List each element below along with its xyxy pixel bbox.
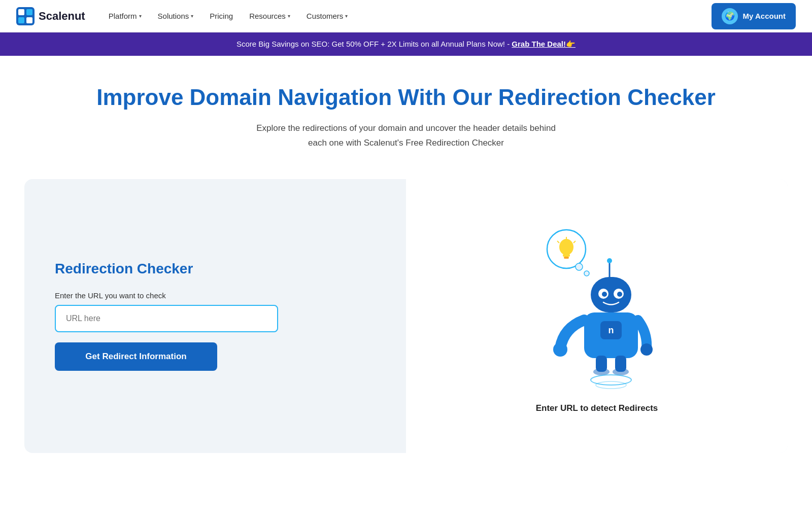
- svg-line-10: [557, 241, 559, 243]
- logo-text: Scalenut: [39, 10, 85, 23]
- nav-item-resources[interactable]: Resources ▾: [242, 8, 297, 24]
- navbar: Scalenut Platform ▾ Solutions ▾ Pricing …: [0, 0, 812, 32]
- hero-subtitle: Explore the redirections of your domain …: [233, 121, 579, 151]
- nav-item-pricing[interactable]: Pricing: [202, 8, 240, 24]
- svg-point-24: [553, 342, 567, 357]
- robot-caption: Enter URL to detect Redirects: [536, 403, 658, 413]
- svg-line-11: [573, 241, 576, 243]
- svg-point-12: [576, 263, 583, 270]
- nav-item-platform[interactable]: Platform ▾: [101, 8, 149, 24]
- svg-rect-4: [26, 17, 32, 23]
- avatar: 🌍: [722, 8, 738, 24]
- svg-point-13: [584, 271, 589, 276]
- tool-right-panel: n Enter URL to det: [406, 179, 788, 453]
- nav-links: Platform ▾ Solutions ▾ Pricing Resources…: [101, 8, 712, 24]
- tool-left-panel: Redirection Checker Enter the URL you wa…: [24, 179, 406, 453]
- get-redirect-button[interactable]: Get Redirect Information: [55, 342, 217, 371]
- chevron-down-icon: ▾: [139, 13, 142, 19]
- chevron-down-icon: ▾: [345, 13, 348, 19]
- svg-point-20: [617, 292, 622, 297]
- chevron-down-icon: ▾: [191, 13, 193, 19]
- promo-link[interactable]: Grab The Deal!👉: [512, 40, 576, 48]
- robot-container: n Enter URL to det: [536, 199, 658, 433]
- svg-text:n: n: [608, 325, 614, 335]
- chevron-down-icon: ▾: [288, 13, 290, 19]
- svg-point-19: [602, 292, 607, 297]
- svg-point-28: [593, 368, 610, 375]
- nav-item-solutions[interactable]: Solutions ▾: [151, 8, 201, 24]
- my-account-button[interactable]: 🌍 My Account: [712, 3, 796, 29]
- hero-title: Improve Domain Navigation With Our Redir…: [10, 84, 802, 111]
- svg-rect-3: [18, 17, 24, 23]
- svg-rect-7: [563, 254, 570, 257]
- tool-card: Redirection Checker Enter the URL you wa…: [24, 179, 788, 453]
- tool-section: Redirection Checker Enter the URL you wa…: [0, 167, 812, 477]
- svg-rect-1: [18, 9, 24, 15]
- svg-rect-2: [26, 9, 32, 15]
- svg-point-15: [607, 258, 612, 263]
- svg-point-25: [640, 343, 653, 356]
- svg-rect-16: [591, 277, 631, 312]
- svg-rect-8: [564, 257, 569, 259]
- tool-title: Redirection Checker: [55, 261, 376, 277]
- robot-illustration: n: [536, 219, 658, 391]
- nav-item-customers[interactable]: Customers ▾: [299, 8, 355, 24]
- url-input[interactable]: [55, 305, 278, 332]
- logo-icon: [16, 7, 35, 25]
- hero-section: Improve Domain Navigation With Our Redir…: [0, 56, 812, 167]
- input-label: Enter the URL you want to check: [55, 291, 376, 300]
- svg-point-6: [559, 239, 573, 255]
- promo-banner: Score Big Savings on SEO: Get 50% OFF + …: [0, 32, 812, 56]
- logo[interactable]: Scalenut: [16, 7, 85, 25]
- svg-point-29: [613, 368, 629, 375]
